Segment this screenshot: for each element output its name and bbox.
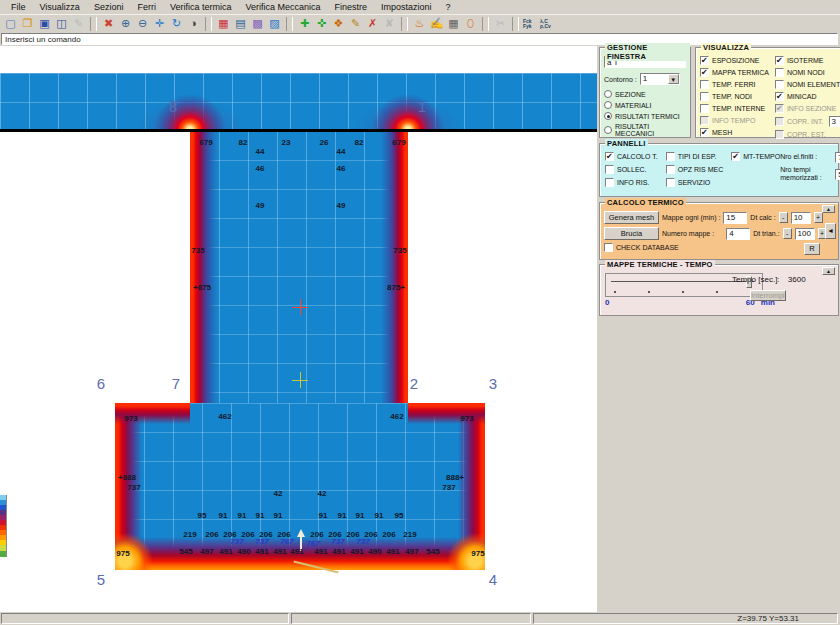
node-off-icon[interactable]: ✘ — [381, 16, 398, 31]
section-mesh-icon[interactable]: ▩ — [249, 16, 266, 31]
radio-risultati-termici[interactable]: RISULTATI TERMICI — [604, 112, 686, 120]
checkbox-icon[interactable] — [775, 68, 784, 77]
checkbox-icon[interactable] — [775, 92, 784, 101]
checkbox-isoterme[interactable]: ISOTERME — [775, 56, 840, 65]
section-results-icon[interactable]: ▨ — [266, 16, 283, 31]
checkbox-icon[interactable] — [775, 56, 784, 65]
zoom-out-icon[interactable]: ⊖ — [134, 16, 151, 31]
checkbox-icon[interactable] — [775, 117, 784, 126]
menu-ferri[interactable]: Ferri — [130, 1, 163, 13]
open-folder-icon[interactable]: ❐ — [19, 16, 36, 31]
checkbox-mt-tempo[interactable]: MT-TEMPO — [731, 152, 780, 161]
radio-circle-icon[interactable] — [604, 126, 612, 134]
checkbox-copr-est[interactable]: COPR. EST. — [775, 130, 840, 139]
menu-sezioni[interactable]: Sezioni — [87, 1, 131, 13]
checkbox-icon[interactable] — [700, 92, 709, 101]
checkbox-mesh[interactable]: MESH — [700, 128, 769, 137]
dt-trian-minus-button[interactable]: - — [783, 228, 792, 239]
save-icon[interactable]: ▣ — [36, 16, 53, 31]
checkbox-icon[interactable] — [775, 80, 784, 89]
checkbox-servizio[interactable]: SERVIZIO — [666, 178, 724, 187]
lambda-c-icon[interactable]: λ,C ρ,Cv — [539, 16, 556, 31]
radio-materiali[interactable]: MATERIALI — [604, 101, 686, 109]
nro-el-finiti-field[interactable]: 740 — [835, 152, 840, 163]
thermal-lamp-icon[interactable]: ♨ — [411, 16, 428, 31]
edit-icon[interactable]: ✎ — [70, 16, 87, 31]
section-view-icon[interactable]: ▦ — [215, 16, 232, 31]
menu-impostazioni[interactable]: Impostazioni — [374, 1, 439, 13]
dt-calc-minus-button[interactable]: - — [779, 212, 788, 223]
checkbox-icon[interactable] — [604, 243, 613, 252]
checkbox-nomi-elementi[interactable]: NOMI ELEMENTI — [775, 80, 840, 89]
verify-off-icon[interactable]: ✂ — [492, 16, 509, 31]
delete-node-icon[interactable]: ✗ — [364, 16, 381, 31]
menu-visualizza[interactable]: Visualizza — [33, 1, 87, 13]
checkbox-check-database[interactable]: CHECK DATABASE — [604, 243, 679, 252]
menu-verifica-termica[interactable]: Verifica termica — [163, 1, 239, 13]
checkbox-temp-ferri[interactable]: TEMP. FERRI — [700, 80, 769, 89]
checkbox-icon[interactable] — [605, 165, 614, 174]
section-nodes-icon[interactable]: ▤ — [232, 16, 249, 31]
checkbox-icon[interactable] — [700, 56, 709, 65]
checkbox-esposizione[interactable]: ESPOSIZIONE — [700, 56, 769, 65]
dt-trian-field[interactable]: 100 — [795, 228, 815, 240]
delete-icon[interactable]: ✖ — [100, 16, 117, 31]
checkbox-info-sezione[interactable]: INFO SEZIONE — [775, 104, 840, 113]
checkbox-icon[interactable] — [700, 128, 709, 137]
collapse-side-button[interactable]: ◄ — [825, 223, 836, 239]
checkbox-sollec[interactable]: SOLLEC. — [605, 165, 658, 174]
chevron-down-icon[interactable]: ▼ — [668, 74, 679, 84]
menu-file[interactable]: File — [4, 1, 33, 13]
add-element-icon[interactable]: ✚ — [296, 16, 313, 31]
radio-sezione[interactable]: SEZIONE — [604, 90, 686, 98]
checkbox-mappa-termica[interactable]: MAPPA TERMICA — [700, 68, 769, 77]
checkbox-icon[interactable] — [605, 178, 614, 187]
save-as-icon[interactable]: ◫ — [53, 16, 70, 31]
checkbox-calcolo-t[interactable]: CALCOLO T. — [605, 152, 658, 161]
checkbox-icon[interactable] — [700, 80, 709, 89]
nro-tempi-field[interactable]: 5 — [835, 169, 840, 180]
contorno-select[interactable]: 1 ▼ — [640, 73, 680, 85]
checkbox-opz-ris-mec[interactable]: OPZ RIS MEC — [666, 165, 724, 174]
add-node-icon[interactable]: ✜ — [313, 16, 330, 31]
brucia-button[interactable]: Brucia — [604, 227, 659, 240]
checkbox-icon[interactable] — [775, 104, 784, 113]
checkbox-nomi-nodi[interactable]: NOMI NODI — [775, 68, 840, 77]
radio-circle-icon[interactable] — [604, 101, 612, 109]
genera-mesh-button[interactable]: Genera mesh — [604, 211, 659, 224]
panel-collapse-button[interactable]: ▲ — [822, 267, 835, 275]
dt-calc-field[interactable]: 10 — [791, 212, 811, 224]
refresh-icon[interactable]: ↻ — [168, 16, 185, 31]
radio-circle-icon[interactable] — [604, 90, 612, 98]
shade-icon[interactable]: ◑ — [185, 16, 202, 31]
checkbox-icon[interactable] — [605, 152, 614, 161]
checkbox-icon[interactable] — [731, 152, 740, 161]
edit-sheet-icon[interactable]: ✍ — [428, 16, 445, 31]
field-copr-int[interactable]: 3 — [829, 116, 840, 127]
checkbox-icon[interactable] — [700, 68, 709, 77]
checkbox-icon[interactable] — [666, 152, 675, 161]
checkbox-copr-int[interactable]: COPR. INT.3 — [775, 116, 840, 127]
checkbox-icon[interactable] — [666, 178, 675, 187]
pan-icon[interactable]: ✛ — [151, 16, 168, 31]
edit-mesh-icon[interactable]: ✎ — [347, 16, 364, 31]
table-icon[interactable]: ▦ — [445, 16, 462, 31]
interrompi-button[interactable]: Interrompi — [750, 290, 786, 301]
menu-verifica-meccanica[interactable]: Verifica Meccanica — [238, 1, 327, 13]
radio-risultati-meccanici[interactable]: RISULTATI MECCANICI — [604, 123, 686, 137]
checkbox-temp-interne[interactable]: TEMP. INTERNE — [700, 104, 769, 113]
mappe-ogni-field[interactable]: 15 — [723, 212, 747, 224]
flame-icon[interactable]: ⬯ — [462, 16, 479, 31]
checkbox-icon[interactable] — [775, 130, 784, 139]
panel-collapse-button[interactable]: ▲ — [822, 205, 835, 213]
new-file-icon[interactable]: ▢ — [2, 16, 19, 31]
radio-circle-icon[interactable] — [604, 112, 612, 120]
zoom-in-icon[interactable]: ⊕ — [117, 16, 134, 31]
menu-[interactable]: ? — [439, 1, 458, 13]
checkbox-tipi-di-esp[interactable]: TIPI DI ESP. — [666, 152, 724, 161]
mesh-colored-icon[interactable]: ❖ — [330, 16, 347, 31]
menu-finestre[interactable]: Finestre — [327, 1, 374, 13]
drawing-canvas[interactable]: 8172635467982232682679444446464949735735… — [0, 46, 597, 612]
numero-mappe-field[interactable]: 4 — [726, 228, 750, 240]
fck-fyk-icon[interactable]: Fck Fyk — [522, 16, 539, 31]
